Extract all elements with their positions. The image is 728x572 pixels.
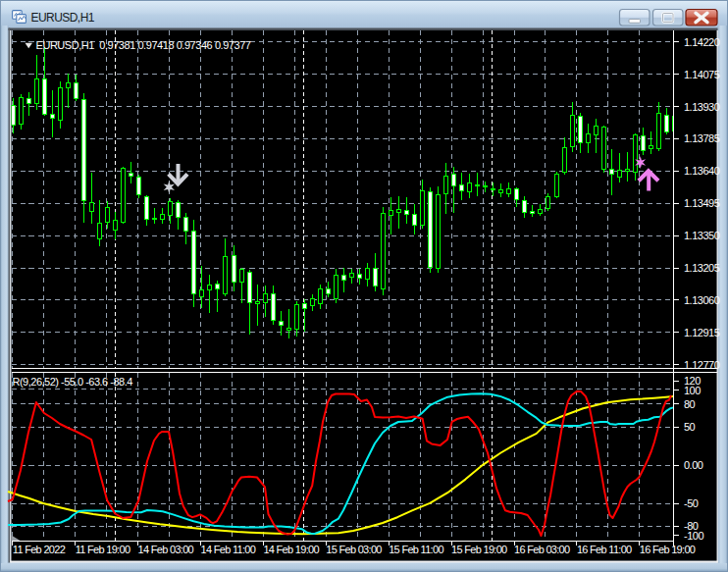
- svg-text:0.00: 0.00: [684, 459, 703, 471]
- svg-text:14 Feb 19:00: 14 Feb 19:00: [263, 544, 319, 555]
- svg-text:1.12770: 1.12770: [684, 359, 720, 371]
- svg-text:16 Feb 11:00: 16 Feb 11:00: [577, 544, 632, 555]
- svg-text:-100: -100: [684, 530, 703, 542]
- svg-text:16 Feb 19:00: 16 Feb 19:00: [640, 544, 696, 555]
- svg-text:50: 50: [684, 421, 696, 433]
- svg-text:1.13785: 1.13785: [684, 132, 720, 144]
- svg-text:11 Feb 19:00: 11 Feb 19:00: [76, 544, 130, 555]
- svg-text:1.14075: 1.14075: [684, 69, 720, 80]
- svg-text:100: 100: [684, 385, 701, 396]
- svg-text:1.13205: 1.13205: [684, 262, 720, 274]
- svg-text:16 Feb 03:00: 16 Feb 03:00: [514, 544, 570, 555]
- svg-text:15 Feb 03:00: 15 Feb 03:00: [326, 544, 382, 555]
- svg-text:EURUSD,H1: EURUSD,H1: [31, 11, 95, 25]
- svg-text:1.13350: 1.13350: [684, 230, 720, 241]
- svg-text:80: 80: [684, 398, 696, 410]
- svg-text:1.14220: 1.14220: [684, 36, 720, 48]
- svg-text:14 Feb 03:00: 14 Feb 03:00: [138, 544, 194, 555]
- svg-text:15 Feb 11:00: 15 Feb 11:00: [389, 544, 443, 555]
- svg-text:1.12915: 1.12915: [684, 327, 720, 338]
- svg-text:R(9,26,52) -55.0 -63.6 -88.4: R(9,26,52) -55.0 -63.6 -88.4: [13, 376, 133, 388]
- svg-text:15 Feb 19:00: 15 Feb 19:00: [451, 544, 507, 555]
- svg-text:1.13640: 1.13640: [684, 165, 720, 177]
- svg-text:EURUSD,H1 0.97381 0.97418 0.9: EURUSD,H1 0.97381 0.97418 0.97346 0.9737…: [36, 39, 251, 51]
- svg-text:1.13930: 1.13930: [684, 101, 720, 113]
- svg-text:-50: -50: [684, 497, 699, 509]
- svg-text:11 Feb 2022: 11 Feb 2022: [13, 544, 66, 555]
- svg-text:1.13495: 1.13495: [684, 197, 720, 209]
- svg-text:14 Feb 11:00: 14 Feb 11:00: [201, 544, 256, 555]
- svg-text:1.13060: 1.13060: [684, 294, 720, 306]
